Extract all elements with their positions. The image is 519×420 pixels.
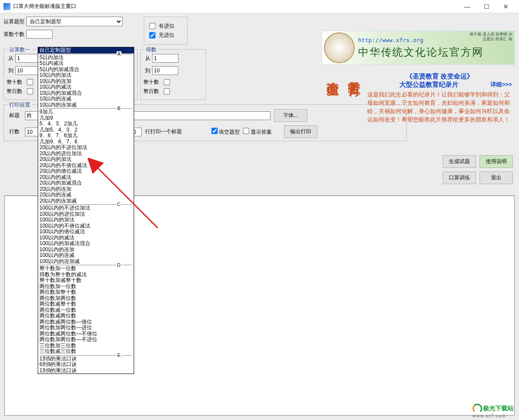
dropdown-item[interactable]: 100以内的加减法混合 [38,241,134,247]
banner-title: 中华传统文化论坛官方网 [358,45,512,59]
dropdown-item[interactable]: 20以内的不借位减法 [38,163,134,169]
font-button[interactable]: 字体... [274,109,307,122]
output-print-button[interactable]: 输出打印 [284,125,317,138]
window-title: 口算大师全能标准版主窗口 [13,3,458,10]
with-carry-checkbox[interactable] [149,23,155,29]
result-group: 得数 从 到 整十数 整百数 [140,49,206,100]
with-carry-label: 有进位 [159,22,174,30]
dropdown-item[interactable]: 100以内的连减 [38,253,134,259]
problem-type-select[interactable]: 自己定制题型 [26,17,123,26]
banner[interactable]: 弟子规 圣人训 首孝悌 次泛爱众 而亲仁 有 http://www.xfrs.o… [322,31,515,65]
op1-hundreds-checkbox[interactable] [27,88,33,94]
dropdown-item[interactable]: 10以内的加法 [38,72,134,78]
count-input[interactable] [26,30,53,39]
dropdown-item[interactable]: 100以内的不借位减法 [38,223,134,229]
dropdown-item[interactable]: 100以内的借位减法 [38,229,134,235]
banner-portrait [324,32,355,63]
dropdown-item[interactable]: 两位数加两位数—不进位 [38,337,134,343]
dropdown-item[interactable]: 20以内的减法 [38,174,134,181]
dropdown-item[interactable]: 得数为整十数的减法 [38,272,134,278]
dropdown-item[interactable]: 10以内的连减 [38,96,134,102]
exit-button[interactable]: 退出 [480,171,513,184]
detail-link[interactable]: 详细>>> [491,80,512,89]
result-legend: 得数 [144,46,158,53]
dropdown-item[interactable]: 20以内的进位加法 [38,151,134,157]
dropdown-item[interactable]: 两位数加一位数 [38,284,134,290]
dropdown-item[interactable]: 两位数减两位数 [38,313,134,319]
dropdown-item[interactable]: 10以内的减法 [38,84,134,90]
dropdown-item[interactable]: 9、8、7、6加几 [38,133,134,139]
problem-type-label: 运算题型 [4,18,25,25]
operand1-legend: 运算数一 [7,46,32,53]
show-answer-checkbox[interactable] [243,128,249,134]
carry-group: 有进位 无进位 [144,17,188,45]
vtext-right: 圣贤教育 [343,70,365,125]
dropdown-item[interactable]: 100以内的连加 [38,247,134,253]
dropdown-item[interactable]: 20以内的连加 [38,186,134,192]
dropdown-item[interactable]: 1到9的乘法口诀 [38,368,134,374]
dropdown-item[interactable]: 5以内减法 [38,61,134,67]
dropdown-item[interactable]: 5、4、3、2加几 [38,121,134,127]
vtext-left: 改变命运 [322,70,343,125]
print-settings-legend: 打印设置 [7,101,32,109]
dropdown-item[interactable]: 6到9的乘法口诀 [38,362,134,368]
close-button[interactable]: ✕ [496,0,515,13]
dropdown-item[interactable]: 100以内的加法 [38,217,134,223]
dropdown-item[interactable]: 几加5、4、3、2 [38,127,134,133]
dropdown-item[interactable]: 三位数加三位数 [38,343,134,349]
dropdown-item[interactable]: 几加9、8、7、6 [38,139,134,145]
dropdown-item[interactable]: 100以内的进位加法 [38,211,134,217]
dropdown-item[interactable]: 20以内的连减 [38,192,134,198]
dropdown-item[interactable]: 两位数加整十数 [38,289,134,295]
training-button[interactable]: 口算训练 [443,171,476,184]
count-label: 算数个数 [4,31,25,38]
app-icon [4,3,11,10]
op1-tens-checkbox[interactable] [27,79,33,85]
dropdown-item[interactable]: 两位数减一位数 [38,307,134,313]
dropdown-item[interactable]: 整十数加减整十数 [38,278,134,284]
dropdown-item[interactable]: 20以内的加法 [38,157,134,163]
fill-blank-checkbox[interactable] [211,128,217,134]
info-panel: 改变命运 圣贤教育 《圣贤教育 改变命运》 大型公益教育纪录片详细>>> 这是我… [322,70,515,125]
dropdown-item[interactable]: 两位数减两位数—借位 [38,319,134,325]
res-tens-checkbox[interactable] [164,79,170,85]
dropdown-item[interactable]: 10以内的连加 [38,78,134,85]
res-from-input[interactable] [152,54,178,63]
dropdown-item[interactable]: 20以内的不进位加法 [38,145,134,151]
dropdown-item[interactable]: 两位数加两位数 [38,295,134,302]
dropdown-item[interactable]: 20以内的借位减法 [38,168,134,174]
dropdown-item[interactable]: 100以内的减法 [38,235,134,241]
minimize-button[interactable]: — [458,0,477,13]
dropdown-item[interactable]: 几加9 [38,115,134,121]
watermark: 极光下载站 www.xz7.com [473,404,514,418]
rows-input[interactable] [25,128,38,136]
dropdown-item[interactable]: 10以内的加减混合 [38,90,134,96]
no-carry-label: 无进位 [159,32,174,39]
titlebar: 口算大师全能标准版主窗口 — ☐ ✕ [0,0,519,13]
help-button[interactable]: 使用说明 [480,155,513,168]
res-hundreds-checkbox[interactable] [164,88,170,94]
generate-button[interactable]: 生成试题 [443,155,476,168]
dropdown-item[interactable]: 两位数减两位数—不借位 [38,331,134,337]
dropdown-item[interactable]: 两位数加两位数—进位 [38,325,134,331]
res-to-input[interactable] [152,66,178,75]
problem-type-dropdown[interactable]: 自己定制题型A5以内加法5以内减法5以内的加减混合10以内的加法10以内的连加1… [38,47,134,374]
dropdown-item[interactable]: 两位数减整十数 [38,301,134,307]
maximize-button[interactable]: ☐ [477,0,496,13]
dropdown-item[interactable]: 5以内的加减混合 [38,67,134,73]
dropdown-item[interactable]: 20以内的加减混合 [38,180,134,186]
no-carry-checkbox[interactable] [149,32,155,38]
info-desc: 这是我们此生必看的纪录片！让我们能够学到和得到：父母如何安康，子女如何教育，夫妇… [367,90,512,124]
